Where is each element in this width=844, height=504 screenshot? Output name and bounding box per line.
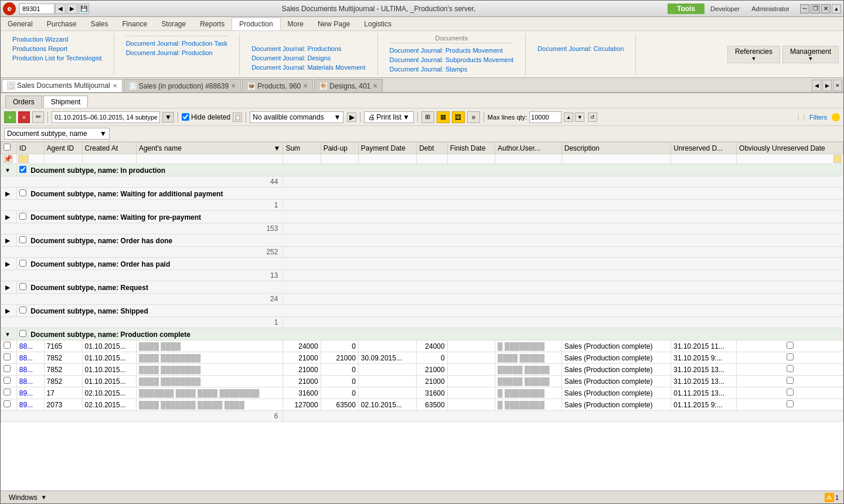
group-checkbox[interactable] — [19, 307, 26, 314]
table-wrapper[interactable]: ID Agent ID Created At Agent's name ▼ Su… — [1, 142, 843, 491]
group-row[interactable]: ▶ Document subtype, name: Order has done — [1, 234, 843, 247]
row-checkbox[interactable] — [4, 365, 11, 372]
expand-icon[interactable]: ▼ — [5, 331, 11, 338]
obviously-unreserved-checkbox[interactable] — [787, 389, 794, 396]
table-row[interactable]: 88... 7852 01.10.2015... ████ ████████ 2… — [1, 376, 843, 387]
obviously-unreserved-checkbox[interactable] — [787, 377, 794, 384]
col-header-paid[interactable]: Paid-up — [321, 142, 358, 154]
expand-icon[interactable]: ▶ — [5, 261, 10, 267]
col-header-agent-name[interactable]: Agent's name ▼ — [136, 142, 283, 154]
group-row[interactable]: ▼ Document subtype, name: Production com… — [1, 328, 843, 340]
col-header-desc[interactable]: Description — [561, 142, 671, 154]
submenu-production-list[interactable]: Production List for Technologist — [12, 53, 102, 63]
group-row[interactable]: ▶ Document subtype, name: Waiting for ad… — [1, 188, 843, 200]
max-lines-down[interactable]: ▼ — [575, 113, 584, 122]
submenu-doc-journal-task[interactable]: Document Journal: Production Task — [126, 39, 227, 48]
group-row[interactable]: ▶ Document subtype, name: Request — [1, 281, 843, 294]
add-button[interactable]: + — [4, 111, 16, 123]
document-number-input[interactable] — [19, 4, 55, 14]
view-image-button[interactable]: 🖼 — [452, 111, 465, 123]
view-grid-button[interactable]: ⊞ — [421, 111, 434, 123]
developer-button[interactable]: Developer — [705, 4, 746, 13]
tabs-close-all[interactable]: ✕ — [833, 80, 842, 91]
max-lines-input[interactable] — [529, 111, 561, 123]
group-checkbox[interactable] — [19, 283, 26, 290]
run-command-button[interactable]: ▶ — [347, 113, 356, 122]
management-button[interactable]: Management ▼ — [782, 46, 839, 63]
menu-purchase[interactable]: Purchase — [40, 18, 84, 30]
tab-products[interactable]: 📦 Products, 960 ✕ — [242, 79, 313, 92]
tab-close-multijournal[interactable]: ✕ — [113, 83, 117, 89]
expand-icon[interactable]: ▶ — [5, 284, 10, 291]
tab-shipment[interactable]: Shipment — [43, 96, 89, 108]
tab-designs[interactable]: 🎨 Designs, 401 ✕ — [314, 79, 383, 92]
row-checkbox[interactable] — [4, 377, 11, 384]
menu-storage[interactable]: Storage — [154, 18, 193, 30]
row-checkbox[interactable] — [4, 400, 11, 407]
col-header-created[interactable]: Created At — [82, 142, 136, 154]
submenu-circulation[interactable]: Document Journal: Circulation — [537, 44, 624, 53]
filter-dropdown[interactable]: Document subtype, name ▼ — [4, 128, 110, 139]
restore-button[interactable]: ❐ — [811, 4, 820, 13]
nav-back-button[interactable]: ◀ — [55, 4, 66, 14]
group-checkbox[interactable] — [19, 330, 26, 337]
tab-orders[interactable]: Orders — [5, 96, 42, 108]
tab-sales-production[interactable]: 📄 Sales (in production) #88639 ✕ — [124, 79, 241, 92]
table-row[interactable]: 89... 17 02.10.2015... ███████ ████ ████… — [1, 387, 843, 399]
tab-close-designs[interactable]: ✕ — [373, 83, 377, 89]
menu-more[interactable]: More — [281, 18, 311, 30]
submenu-doc-materials[interactable]: Document Journal: Materials Movement — [251, 63, 365, 72]
col-header-sum[interactable]: Sum — [283, 142, 321, 154]
submenu-stamps[interactable]: Document Journal: Stamps — [390, 64, 514, 74]
scroll-up-button[interactable]: ▲ — [832, 4, 841, 13]
date-range-arrow[interactable]: ▼ — [162, 112, 174, 122]
col-header-agent-id[interactable]: Agent ID — [44, 142, 82, 154]
close-button[interactable]: ✕ — [821, 4, 831, 13]
menu-finance[interactable]: Finance — [115, 18, 154, 30]
refresh-button[interactable]: ↺ — [588, 113, 597, 122]
col-header-id[interactable]: ID — [16, 142, 44, 154]
expand-icon[interactable]: ▶ — [5, 214, 10, 220]
group-row[interactable]: ▶ Document subtype, name: Order has paid — [1, 258, 843, 270]
tab-close-production[interactable]: ✕ — [231, 83, 236, 89]
menu-logistics[interactable]: Logistics — [357, 18, 399, 30]
col-header-author[interactable]: Author.User... — [495, 142, 562, 154]
col-header-finish[interactable]: Finish Date — [447, 142, 495, 154]
expand-icon[interactable]: ▶ — [5, 237, 10, 244]
table-row[interactable]: 88... 7852 01.10.2015... ████ ████████ 2… — [1, 352, 843, 364]
expand-icon[interactable]: ▼ — [5, 167, 11, 173]
row-checkbox[interactable] — [4, 342, 11, 349]
expand-icon[interactable]: ▶ — [5, 190, 10, 197]
menu-new-page[interactable]: New Page — [311, 18, 357, 30]
col-header-debt[interactable]: Debt — [417, 142, 448, 154]
table-row[interactable]: 89... 2073 02.10.2015... ████ ███████ ██… — [1, 399, 843, 411]
table-row[interactable]: 88... 7165 01.10.2015... ████ ████ 24000… — [1, 340, 843, 352]
hide-deleted-checkbox[interactable] — [182, 113, 189, 121]
edit-button[interactable]: ✏ — [32, 111, 44, 123]
group-checkbox[interactable] — [19, 166, 26, 173]
tab-sales-multijournal[interactable]: 📋 Sales Documents Multijournal ✕ — [2, 79, 122, 92]
submenu-subproducts-movement[interactable]: Document Journal: Subproducts Movement — [390, 55, 514, 64]
group-checkbox[interactable] — [19, 236, 26, 243]
obviously-unreserved-checkbox[interactable] — [787, 342, 794, 349]
menu-general[interactable]: General — [1, 18, 40, 30]
group-checkbox[interactable] — [19, 260, 26, 267]
table-row[interactable]: 88... 7852 01.10.2015... ████ ████████ 2… — [1, 364, 843, 376]
menu-production[interactable]: Production — [232, 18, 280, 30]
group-checkbox[interactable] — [19, 213, 26, 220]
date-range-input[interactable] — [52, 111, 160, 123]
windows-button[interactable]: Windows — [5, 493, 41, 502]
delete-button[interactable]: × — [18, 111, 30, 123]
select-all-checkbox[interactable] — [4, 144, 11, 151]
col-header-obviously-unreserved[interactable]: Obviously Unreserved Date — [737, 142, 843, 154]
obviously-unreserved-checkbox[interactable] — [787, 365, 794, 372]
view-table-button[interactable]: ▦ — [437, 111, 450, 123]
commands-dropdown[interactable]: No avalible commands ▼ — [250, 111, 343, 123]
col-header-pay-date[interactable]: Payment Date — [358, 142, 416, 154]
submenu-doc-journal-prod[interactable]: Document Journal: Production — [126, 48, 227, 57]
group-checkbox[interactable] — [19, 189, 26, 196]
view-list-button[interactable]: ≡ — [467, 111, 480, 123]
obviously-unreserved-checkbox[interactable] — [787, 400, 794, 407]
print-button[interactable]: 🖨 Print list ▼ — [364, 111, 414, 123]
submenu-doc-designs[interactable]: Document Journal: Designs — [251, 53, 365, 63]
